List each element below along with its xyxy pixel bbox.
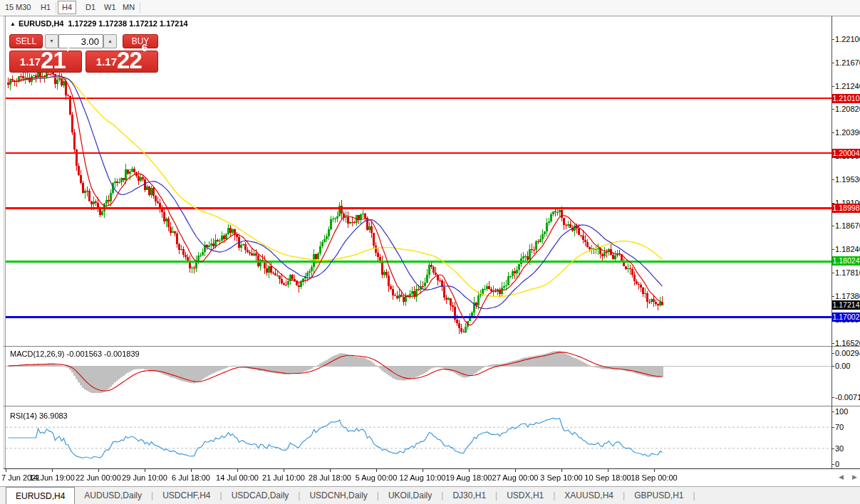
price-tick <box>831 109 834 110</box>
time-tick-label: 19 Aug 18:00 <box>446 473 492 482</box>
one-click-trading-panel: SELL ▼ ▲ BUY 1.17 21 7 1.17 22 6 <box>9 32 162 71</box>
price-tick <box>831 39 834 40</box>
timeframe-button-h4[interactable]: H4 <box>58 1 76 14</box>
price-tick-label: 1.17810 <box>835 268 860 277</box>
price-tick-label: 1.21240 <box>835 82 860 90</box>
rsi-tick <box>831 427 834 428</box>
time-tick <box>191 469 192 472</box>
price-tick-label: 1.20820 <box>835 105 860 113</box>
time-tick <box>608 469 608 472</box>
time-tick <box>469 469 470 472</box>
time-tick-label: 6 Jul 18:00 <box>172 473 210 482</box>
rsi-tick-label: 100 <box>835 407 860 416</box>
timeframe-button-mn[interactable]: MN <box>119 1 138 14</box>
macd-tick <box>831 397 834 398</box>
chart-tab-usdx-h1[interactable]: USDX,H1 <box>497 487 553 504</box>
hline-price-label: 1.21010 <box>832 94 860 103</box>
price-tick <box>831 63 834 63</box>
time-tick-label: 12 Aug 10:00 <box>400 473 446 482</box>
macd-tick-label: -0.00715 <box>835 393 860 401</box>
toolbar-separator <box>140 2 140 13</box>
hline-price-label: 1.17002 <box>832 313 860 322</box>
scroll-right-icon[interactable]: ▶ <box>852 473 857 481</box>
time-tick <box>98 469 99 472</box>
sell-price-button[interactable]: 1.17 21 7 <box>9 51 82 73</box>
chart-tab-dj30-h1[interactable]: DJ30,H1 <box>443 487 495 504</box>
price-tick-label: 1.19530 <box>835 175 860 184</box>
price-tick <box>831 249 834 250</box>
volume-increase-icon[interactable]: ▲ <box>103 34 117 48</box>
rsi-value: 36.9083 <box>39 411 68 420</box>
collapse-triangle-icon[interactable]: ▲ <box>10 21 16 27</box>
timeframe-button-h1[interactable]: H1 <box>37 1 54 14</box>
chart-tab-audusd-daily[interactable]: AUDUSD,Daily <box>75 487 151 504</box>
timeframe-toolbar: 15M30H1H4D1W1MN <box>0 0 860 16</box>
price-tick-label: 1.21670 <box>835 58 860 67</box>
rsi-name: RSI(14) <box>10 411 37 420</box>
hline-price-label: 1.18024 <box>832 256 860 266</box>
time-tick <box>330 469 331 472</box>
rsi-tick <box>831 448 834 449</box>
rsi-tick <box>831 464 834 465</box>
time-tick-label: 14 Jun 19:00 <box>29 473 75 482</box>
price-tick-label: 1.18670 <box>835 221 860 230</box>
macd-name: MACD(12,26,9) <box>10 350 64 358</box>
pane-splitter-rsi[interactable] <box>4 406 860 406</box>
time-tick <box>376 469 377 472</box>
time-axis[interactable]: 7 Jun 202114 Jun 19:0022 Jun 00:0029 Jun… <box>0 469 860 486</box>
time-tick-label: 29 Jun 10:00 <box>122 473 167 482</box>
time-tick-label: 14 Jul 00:00 <box>216 473 259 482</box>
time-tick-label: 18 Sep 00:00 <box>631 473 677 482</box>
chart-tab-xauusd-h4[interactable]: XAUUSD,H4 <box>555 487 623 504</box>
chart-tab-gbpusd-h1[interactable]: GBPUSD,H1 <box>625 487 693 504</box>
time-tick-label: 3 Sep 10:00 <box>540 473 582 482</box>
scroll-left-icon[interactable]: ◀ <box>839 473 844 481</box>
chart-title: ▲EURUSD,H41.17229 1.17238 1.17212 1.1721… <box>10 19 188 28</box>
time-tick <box>654 469 655 472</box>
buy-price-button[interactable]: 1.17 22 6 <box>86 51 158 73</box>
price-tick <box>831 179 834 180</box>
sell-button[interactable]: SELL <box>9 34 43 48</box>
time-tick <box>6 469 6 472</box>
chart-tab-usdchf-h4[interactable]: USDCHF,H4 <box>153 487 219 504</box>
time-tick <box>52 469 53 472</box>
price-axis-line <box>831 16 832 468</box>
mt4-terminal: { "toolbar": { "timeframes": [ {"label":… <box>0 0 860 504</box>
window-border-outer <box>4 16 4 504</box>
rsi-tick-label: 0 <box>835 460 860 468</box>
timeframe-button-w1[interactable]: W1 <box>100 1 120 14</box>
macd-tick <box>831 366 834 367</box>
price-tick <box>831 273 834 273</box>
symbol-period-label: EURUSD,H4 <box>19 19 64 28</box>
timeframe-button-d1[interactable]: D1 <box>82 1 99 14</box>
rsi-tick-label: 70 <box>835 423 860 431</box>
rsi-indicator-canvas[interactable] <box>6 406 831 468</box>
chart-tab-ukoil-daily[interactable]: UKOil,Daily <box>379 487 441 504</box>
hline-price-label: 1.20004 <box>832 149 860 158</box>
chart-tab-usdcnh-daily[interactable]: USDCNH,Daily <box>300 487 376 504</box>
rsi-tick <box>831 411 834 412</box>
price-tick-label: 1.20390 <box>835 128 860 137</box>
buy-button[interactable]: BUY <box>123 34 158 48</box>
price-tick-label: 1.22100 <box>835 35 860 43</box>
price-tick <box>831 86 834 87</box>
price-tick-label: 1.18240 <box>835 245 860 253</box>
price-tick-label: 1.17380 <box>835 292 860 300</box>
current-price-label: 1.17214 <box>832 300 860 310</box>
chart-tab-bar: EURUSD,H4AUDUSD,Daily|USDCHF,H4|USDCAD,D… <box>0 486 860 504</box>
timeframe-button-m30[interactable]: M30 <box>12 1 34 14</box>
chart-tab-usdcad-daily[interactable]: USDCAD,Daily <box>222 487 299 504</box>
chart-tab-eurusd-h4[interactable]: EURUSD,H4 <box>6 487 75 504</box>
sell-price-point: 7 <box>66 33 71 62</box>
price-tick <box>831 343 834 344</box>
volume-decrease-icon[interactable]: ▼ <box>45 34 58 48</box>
ohlc-values: 1.17229 1.17238 1.17212 1.17214 <box>68 19 188 28</box>
time-tick <box>237 469 238 472</box>
price-tick <box>831 296 834 297</box>
macd-tick <box>831 353 834 354</box>
rsi-tick-label: 30 <box>835 444 860 453</box>
time-tick <box>284 469 284 472</box>
macd-label: MACD(12,26,9) -0.001563 -0.001839 <box>10 350 140 358</box>
pane-splitter-macd[interactable] <box>4 346 860 347</box>
price-tick-label: 1.16520 <box>835 339 860 347</box>
